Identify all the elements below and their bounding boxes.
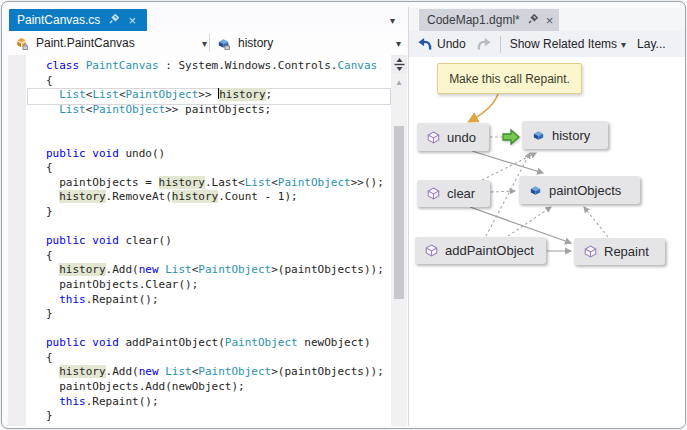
code-line: history.Add(new List<PaintObject>(paintO… — [46, 263, 384, 278]
map-comment-text: Make this call Repaint. — [449, 72, 570, 86]
layout-label: Lay... — [637, 37, 665, 51]
code-line: history.RemoveAt(history.Count - 1); — [46, 190, 384, 205]
code-line: { — [46, 74, 384, 89]
editor-indicator-margin — [8, 55, 26, 426]
pin-icon[interactable] — [528, 14, 538, 26]
codemap-toolbar: Undo Show Related Items ▾ Lay... — [409, 31, 686, 58]
code-line: history.Add(new List<PaintObject>(paintO… — [46, 365, 384, 380]
method-icon — [583, 244, 598, 259]
member-dropdown-value: history — [238, 36, 273, 50]
chevron-down-icon: ▾ — [396, 38, 401, 49]
code-line: } — [46, 205, 384, 220]
toolbar-separator — [500, 36, 501, 53]
code-line: paintObjects = history.Last<List<PaintOb… — [46, 176, 384, 191]
code-line: { — [46, 161, 384, 176]
code-editor[interactable]: class PaintCanvas : System.Windows.Contr… — [8, 55, 407, 426]
scrollbar-thumb[interactable] — [394, 126, 404, 299]
code-line — [46, 322, 384, 337]
map-comment[interactable]: Make this call Repaint. — [437, 63, 582, 94]
map-node-label: clear — [447, 186, 475, 201]
code-text[interactable]: class PaintCanvas : System.Windows.Contr… — [32, 59, 384, 424]
field-icon — [216, 36, 231, 51]
member-dropdown[interactable]: history ▾ — [216, 31, 406, 55]
field-icon — [531, 128, 546, 143]
tab-paintcanvas[interactable]: PaintCanvas.cs × — [9, 9, 147, 31]
undo-label: Undo — [437, 37, 466, 51]
undo-button[interactable]: Undo — [413, 33, 471, 55]
code-line: { — [46, 351, 384, 366]
code-line: } — [46, 409, 384, 424]
redo-button[interactable] — [471, 33, 496, 55]
map-node-label: history — [552, 128, 590, 143]
type-dropdown[interactable]: Paint.PaintCanvas ▾ — [14, 31, 209, 55]
vs-window: PaintCanvas.cs × ▾ Paint.PaintCanvas ▾ — [1, 1, 686, 429]
type-dropdown-value: Paint.PaintCanvas — [36, 36, 135, 50]
map-node-label: undo — [447, 130, 476, 145]
map-node-label: paintObjects — [549, 183, 621, 198]
code-line: public void addPaintObject(PaintObject n… — [46, 336, 384, 351]
close-icon[interactable]: × — [546, 15, 554, 26]
map-node-addPaintObject[interactable]: addPaintObject — [415, 237, 546, 264]
tab-title: PaintCanvas.cs — [17, 13, 100, 27]
map-node-paintObjects[interactable]: paintObjects — [519, 176, 640, 204]
code-line — [46, 117, 384, 132]
close-icon[interactable]: × — [128, 15, 136, 26]
method-icon — [426, 186, 441, 201]
tab-title: CodeMap1.dgml* — [427, 13, 520, 27]
redo-arrow-icon — [476, 37, 491, 51]
code-line: this.Repaint(); — [46, 395, 384, 410]
map-node-undo[interactable]: undo — [417, 123, 489, 151]
show-related-items-button[interactable]: Show Related Items ▾ — [505, 33, 631, 55]
pin-icon[interactable] — [109, 14, 119, 26]
chevron-down-icon: ▾ — [621, 39, 626, 50]
code-line: class PaintCanvas : System.Windows.Contr… — [46, 59, 384, 74]
code-line: public void clear() — [46, 234, 384, 249]
map-node-label: addPaintObject — [445, 243, 534, 258]
screenshot-stage: PaintCanvas.cs × ▾ Paint.PaintCanvas ▾ — [0, 0, 687, 430]
code-line — [46, 220, 384, 235]
code-line: public void undo() — [46, 147, 384, 162]
class-icon — [14, 36, 29, 51]
code-line: } — [46, 307, 384, 322]
editor-navigation-bar: Paint.PaintCanvas ▾ history ▾ — [8, 31, 407, 56]
map-node-Repaint[interactable]: Repaint — [574, 238, 665, 265]
code-line: { — [46, 249, 384, 264]
navbar-divider — [209, 34, 210, 52]
method-icon — [424, 243, 439, 258]
split-window-handle[interactable] — [391, 55, 407, 73]
scrollbar-up-arrow[interactable]: ▲ — [391, 77, 407, 89]
map-node-label: Repaint — [604, 244, 649, 259]
show-related-items-label: Show Related Items — [510, 37, 617, 51]
splitter-icon — [394, 58, 405, 71]
green-block-arrow-icon — [501, 127, 521, 147]
code-line: List<PaintObject>> paintObjects; — [46, 103, 384, 118]
map-node-history[interactable]: history — [522, 121, 608, 149]
code-line: this.Repaint(); — [46, 293, 384, 308]
chevron-down-icon[interactable]: ▾ — [390, 15, 395, 26]
tab-codemap[interactable]: CodeMap1.dgml* × — [419, 9, 559, 31]
undo-arrow-icon — [418, 37, 433, 51]
method-icon — [426, 130, 441, 145]
layout-button[interactable]: Lay... — [631, 33, 670, 55]
code-line: paintObjects.Clear(); — [46, 278, 384, 293]
field-icon — [528, 183, 543, 198]
code-line: paintObjects.Add(newObject); — [46, 380, 384, 395]
chevron-down-icon: ▾ — [202, 38, 207, 49]
code-line — [46, 132, 384, 147]
map-node-clear[interactable]: clear — [417, 180, 490, 207]
code-line: List<List<PaintObject>> history; — [46, 88, 384, 103]
